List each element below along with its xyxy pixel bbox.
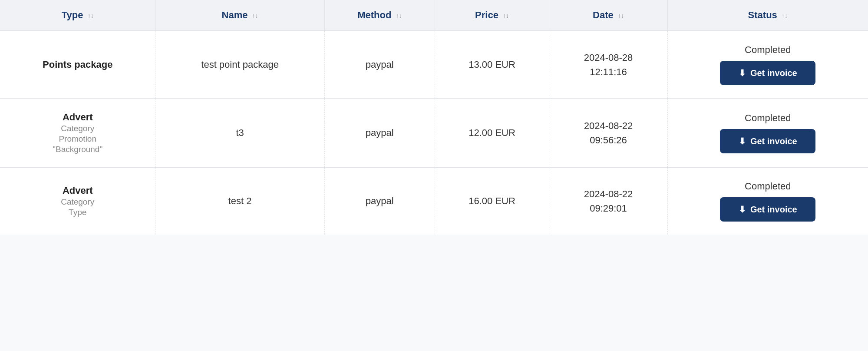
- row1-date-value: 2024-08-2812:11:16: [558, 50, 658, 79]
- row1-name-value: test point package: [201, 59, 279, 70]
- col-label-method: Method: [357, 10, 391, 20]
- table-row: Advert Category Type test 2 paypal 16.00…: [0, 168, 868, 235]
- col-header-date: Date ↑↓: [549, 0, 667, 31]
- row1-invoice-label: Get invoice: [750, 68, 797, 78]
- row3-date-cell: 2024-08-2209:29:01: [549, 168, 667, 235]
- row2-status-cell: Completed ⬇ Get invoice: [667, 99, 868, 168]
- row2-status-text: Completed: [745, 113, 791, 124]
- download-icon: ⬇: [739, 136, 746, 146]
- row2-name-cell: t3: [155, 99, 324, 168]
- table-row: Points package test point package paypal…: [0, 31, 868, 99]
- row2-get-invoice-button[interactable]: ⬇ Get invoice: [720, 129, 815, 153]
- row1-get-invoice-button[interactable]: ⬇ Get invoice: [720, 61, 815, 85]
- row2-type-sub-1: Category: [9, 124, 146, 133]
- row2-type-sub-3: "Background": [9, 145, 146, 154]
- row1-type-value: Points package: [9, 59, 146, 70]
- row2-type-value: Advert Category Promotion "Background": [9, 112, 146, 154]
- row1-status-container: Completed ⬇ Get invoice: [677, 44, 859, 85]
- col-header-status: Status ↑↓: [667, 0, 868, 31]
- row3-date-value: 2024-08-2209:29:01: [558, 187, 658, 215]
- download-icon: ⬇: [739, 68, 746, 78]
- transactions-table: Type ↑↓ Name ↑↓ Method ↑↓ Price ↑↓ Date: [0, 0, 868, 235]
- row2-method-cell: paypal: [324, 99, 435, 168]
- col-label-date: Date: [593, 10, 614, 20]
- col-label-type: Type: [62, 10, 83, 20]
- row3-type-main: Advert: [9, 185, 146, 196]
- row3-status-text: Completed: [745, 181, 791, 192]
- sort-icon-status[interactable]: ↑↓: [782, 12, 788, 19]
- row3-price-cell: 16.00 EUR: [435, 168, 549, 235]
- row2-status-container: Completed ⬇ Get invoice: [677, 113, 859, 153]
- row2-price-cell: 12.00 EUR: [435, 99, 549, 168]
- table-header: Type ↑↓ Name ↑↓ Method ↑↓ Price ↑↓ Date: [0, 0, 868, 31]
- row3-name-cell: test 2: [155, 168, 324, 235]
- row2-name-value: t3: [236, 127, 244, 138]
- row3-price-value: 16.00 EUR: [469, 195, 515, 206]
- row3-method-cell: paypal: [324, 168, 435, 235]
- row2-method-value: paypal: [366, 127, 394, 138]
- row3-type-cell: Advert Category Type: [0, 168, 155, 235]
- col-label-price: Price: [475, 10, 498, 20]
- row1-method-value: paypal: [366, 59, 394, 70]
- row3-name-value: test 2: [228, 195, 252, 206]
- row2-invoice-label: Get invoice: [750, 136, 797, 146]
- download-icon: ⬇: [739, 204, 746, 215]
- row1-price-cell: 13.00 EUR: [435, 31, 549, 99]
- row1-price-value: 13.00 EUR: [469, 59, 515, 70]
- header-row: Type ↑↓ Name ↑↓ Method ↑↓ Price ↑↓ Date: [0, 0, 868, 31]
- row2-type-main: Advert: [9, 112, 146, 123]
- sort-icon-price[interactable]: ↑↓: [503, 12, 509, 19]
- row2-price-value: 12.00 EUR: [469, 127, 515, 138]
- col-header-price: Price ↑↓: [435, 0, 549, 31]
- row2-date-cell: 2024-08-2209:56:26: [549, 99, 667, 168]
- table-row: Advert Category Promotion "Background" t…: [0, 99, 868, 168]
- sort-icon-date[interactable]: ↑↓: [618, 12, 624, 19]
- sort-icon-name[interactable]: ↑↓: [252, 12, 258, 19]
- row1-date-cell: 2024-08-2812:11:16: [549, 31, 667, 99]
- col-label-status: Status: [748, 10, 777, 20]
- row1-method-cell: paypal: [324, 31, 435, 99]
- sort-icon-method[interactable]: ↑↓: [396, 12, 402, 19]
- col-label-name: Name: [222, 10, 248, 20]
- col-header-type: Type ↑↓: [0, 0, 155, 31]
- row2-type-cell: Advert Category Promotion "Background": [0, 99, 155, 168]
- col-header-name: Name ↑↓: [155, 0, 324, 31]
- row3-type-sub-1: Category: [9, 197, 146, 207]
- row3-type-value: Advert Category Type: [9, 185, 146, 217]
- row1-name-cell: test point package: [155, 31, 324, 99]
- row3-type-sub-2: Type: [9, 208, 146, 217]
- row3-status-container: Completed ⬇ Get invoice: [677, 181, 859, 222]
- row3-method-value: paypal: [366, 195, 394, 206]
- row1-status-text: Completed: [745, 44, 791, 56]
- row2-date-value: 2024-08-2209:56:26: [558, 119, 658, 147]
- row2-type-sub-2: Promotion: [9, 134, 146, 144]
- row1-type-cell: Points package: [0, 31, 155, 99]
- sort-icon-type[interactable]: ↑↓: [88, 12, 94, 19]
- row1-status-cell: Completed ⬇ Get invoice: [667, 31, 868, 99]
- row3-invoice-label: Get invoice: [750, 205, 797, 215]
- row3-get-invoice-button[interactable]: ⬇ Get invoice: [720, 197, 815, 222]
- main-table-container: Type ↑↓ Name ↑↓ Method ↑↓ Price ↑↓ Date: [0, 0, 868, 235]
- table-body: Points package test point package paypal…: [0, 31, 868, 235]
- col-header-method: Method ↑↓: [324, 0, 435, 31]
- row3-status-cell: Completed ⬇ Get invoice: [667, 168, 868, 235]
- row1-type-main: Points package: [9, 59, 146, 70]
